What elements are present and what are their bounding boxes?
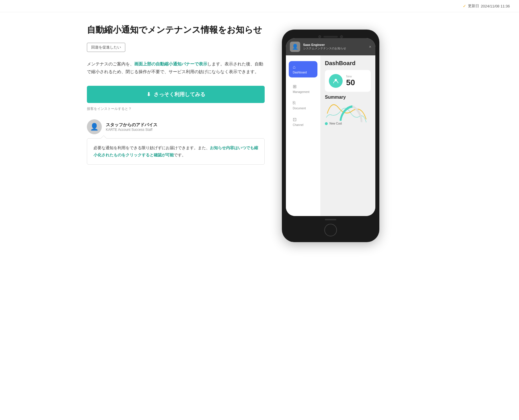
- staff-header: 👤 スタッフからのアドバイス KARTE Account Success Sta…: [87, 119, 265, 134]
- updated-date: 2024/11/08 11:36: [481, 4, 510, 8]
- phone-dashboard-title: DashBoard: [325, 60, 371, 67]
- stat-label: New: [346, 75, 355, 78]
- notif-text: Saas Engineer システムメンテナンスのお知らせ: [303, 43, 366, 50]
- right-content: 👤 Saas Engineer システムメンテナンスのお知らせ × ⌂ Dash…: [282, 24, 379, 409]
- sidebar-item-channel[interactable]: ⊡ Channel: [286, 114, 320, 131]
- cta-label: さっそく利用してみる: [154, 91, 205, 98]
- phone-chart-area: New Cust: [325, 102, 371, 125]
- tag-button[interactable]: 回遊を促進したい: [87, 43, 125, 52]
- updated-text: 更新日: [468, 3, 479, 9]
- desc-plain-1: メンテナスのご案内を、: [87, 61, 134, 66]
- sidebar-channel-label: Channel: [293, 123, 303, 127]
- phone-stat-info: New 50: [346, 75, 355, 87]
- phone-stat-avatar: [329, 74, 343, 88]
- phone-screen: 👤 Saas Engineer システムメンテナンスのお知らせ × ⌂ Dash…: [286, 38, 375, 216]
- main-layout: 自動縮小通知でメンテナンス情報をお知らせ 回遊を促進したい メンテナスのご案内を…: [73, 12, 446, 420]
- phone-main: DashBoard New 50: [320, 55, 375, 216]
- app-screen: ⌂ Dashboard ⊞ Management ⎘ Document ⊡: [286, 55, 375, 216]
- left-content: 自動縮小通知でメンテナンス情報をお知らせ 回遊を促進したい メンテナスのご案内を…: [87, 24, 265, 409]
- top-bar: ✓ 更新日 2024/11/08 11:36: [0, 0, 519, 12]
- phone-camera-area: [286, 34, 375, 38]
- sidebar-document-label: Document: [293, 107, 306, 110]
- advice-plain-2: です。: [174, 153, 186, 157]
- channel-icon: ⊡: [293, 117, 296, 122]
- sidebar-item-document[interactable]: ⎘ Document: [286, 98, 320, 114]
- phone-summary-title: Summary: [325, 95, 371, 100]
- phone-stat-card: New 50: [325, 70, 371, 92]
- notification-banner: 👤 Saas Engineer システムメンテナンスのお知らせ ×: [286, 38, 375, 55]
- notif-close-button[interactable]: ×: [369, 44, 371, 49]
- page-title: 自動縮小通知でメンテナンス情報をお知らせ: [87, 24, 265, 36]
- stat-value: 50: [346, 78, 355, 87]
- advice-plain-1: 必要な通知を利用をできる限り妨げずにお届けできます。また、: [93, 145, 210, 150]
- badge-dot: [325, 122, 328, 125]
- description: メンテナスのご案内を、画面上部の自動縮小通知バナーで表示します。表示された後、自…: [87, 60, 265, 75]
- sidebar-item-management[interactable]: ⊞ Management: [286, 79, 320, 98]
- staff-info: スタッフからのアドバイス KARTE Account Success Staff: [106, 122, 157, 132]
- sidebar-management-label: Management: [293, 90, 309, 94]
- phone-speaker: [325, 219, 336, 220]
- new-cust-badge: New Cust: [325, 122, 342, 125]
- staff-role: KARTE Account Success Staff: [106, 128, 157, 132]
- staff-avatar: 👤: [87, 119, 102, 134]
- install-hint: 接客をインストールすると？: [87, 106, 265, 111]
- phone-earpiece: [323, 36, 338, 38]
- phone-bottom-bar: [286, 216, 375, 238]
- staff-name: スタッフからのアドバイス: [106, 122, 157, 128]
- management-icon: ⊞: [293, 84, 296, 89]
- cta-icon: ⬇: [147, 91, 151, 98]
- desc-highlight: 画面上部の自動縮小通知バナーで表示: [134, 61, 207, 66]
- staff-section: 👤 スタッフからのアドバイス KARTE Account Success Sta…: [87, 119, 265, 165]
- cta-button[interactable]: ⬇ さっそく利用してみる: [87, 86, 265, 103]
- sidebar-dashboard-label: Dashboard: [293, 71, 307, 74]
- chart-svg: [325, 102, 371, 122]
- phone-mockup: 👤 Saas Engineer システムメンテナンスのお知らせ × ⌂ Dash…: [282, 30, 379, 242]
- new-cust-label: New Cust: [329, 122, 342, 125]
- notif-avatar: 👤: [290, 42, 300, 52]
- phone-home-button[interactable]: [324, 224, 337, 236]
- updated-label: ✓ 更新日 2024/11/08 11:36: [463, 3, 510, 9]
- document-icon: ⎘: [293, 100, 296, 106]
- phone-camera: [318, 35, 321, 38]
- phone-camera-2: [340, 35, 343, 38]
- check-icon: ✓: [463, 4, 466, 8]
- dashboard-icon: ⌂: [293, 65, 296, 70]
- advice-box: 必要な通知を利用をできる限り妨げずにお届けできます。また、お知らせ内容はいつでも…: [87, 138, 265, 165]
- phone-sidebar: ⌂ Dashboard ⊞ Management ⎘ Document ⊡: [286, 55, 320, 216]
- notif-body: システムメンテナンスのお知らせ: [303, 46, 366, 50]
- sidebar-item-dashboard[interactable]: ⌂ Dashboard: [289, 61, 317, 77]
- notif-title: Saas Engineer: [303, 43, 366, 46]
